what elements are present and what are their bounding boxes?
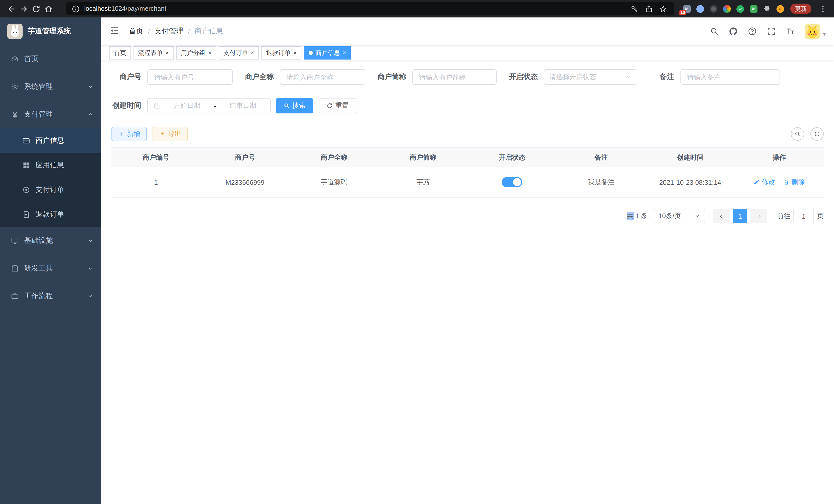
sidebar-item-pay-order[interactable]: 支付订单 bbox=[0, 178, 101, 202]
filter-label-full-name: 商户全称 bbox=[245, 72, 274, 82]
sidebar-item-infrastructure[interactable]: 基础设施 bbox=[0, 227, 101, 255]
close-icon[interactable]: × bbox=[166, 50, 169, 56]
th-merchant-no: 商户号 bbox=[200, 147, 290, 167]
search-button[interactable]: 搜索 bbox=[276, 98, 313, 113]
close-icon[interactable]: × bbox=[250, 50, 254, 56]
sidebar-item-label: 工作流程 bbox=[24, 292, 53, 301]
status-toggle[interactable] bbox=[502, 177, 522, 187]
status-select[interactable]: 请选择开启状态 bbox=[544, 69, 637, 85]
tab-merchant-info[interactable]: 商户信息× bbox=[304, 46, 351, 60]
extension-green-check-icon[interactable] bbox=[735, 4, 745, 14]
browser-menu-icon[interactable] bbox=[816, 3, 829, 15]
toggle-knob bbox=[513, 178, 521, 186]
goto-page-input[interactable] bbox=[793, 209, 814, 223]
tab-refund-order[interactable]: 退款订单× bbox=[261, 46, 302, 60]
hamburger-icon[interactable] bbox=[109, 26, 121, 37]
document-icon bbox=[22, 210, 30, 219]
sidebar-item-label: 支付管理 bbox=[24, 110, 53, 119]
sidebar-item-payment[interactable]: ¥ 支付管理 bbox=[0, 100, 101, 128]
page-number-button[interactable]: 1 bbox=[733, 209, 747, 223]
extensions-cluster: 10 更新 bbox=[681, 3, 829, 15]
tab-pay-order[interactable]: 支付订单× bbox=[219, 46, 259, 60]
credit-card-icon bbox=[22, 137, 30, 145]
close-icon[interactable]: × bbox=[343, 50, 346, 56]
th-actions: 操作 bbox=[734, 147, 824, 167]
tab-home[interactable]: 首页 bbox=[109, 46, 131, 60]
table-toolbar: 新增 导出 bbox=[111, 127, 824, 141]
browser-update-button[interactable]: 更新 bbox=[790, 4, 811, 14]
search-button-label: 搜索 bbox=[292, 101, 306, 110]
site-info-icon[interactable] bbox=[71, 3, 80, 15]
github-icon[interactable] bbox=[729, 27, 738, 36]
date-start-placeholder: 开始日期 bbox=[165, 101, 209, 110]
font-size-icon[interactable] bbox=[786, 27, 795, 36]
delete-link[interactable]: 删除 bbox=[784, 178, 805, 187]
close-icon[interactable]: × bbox=[293, 50, 297, 56]
toggle-search-button[interactable] bbox=[791, 127, 804, 141]
toolbox-icon bbox=[11, 264, 19, 273]
sidebar-item-app-info[interactable]: 应用信息 bbox=[0, 153, 101, 178]
sidebar-item-system[interactable]: 系统管理 bbox=[0, 73, 101, 100]
page-jumper: 前往 页 bbox=[777, 209, 824, 223]
breadcrumb: 首页 / 支付管理 / 商户信息 bbox=[129, 27, 223, 36]
tab-user-group[interactable]: 用户分组× bbox=[176, 46, 216, 60]
total-count: 共 1 条 bbox=[627, 211, 648, 221]
close-icon[interactable]: × bbox=[208, 50, 212, 56]
breadcrumb-home[interactable]: 首页 bbox=[129, 27, 143, 36]
next-page-button[interactable] bbox=[751, 209, 767, 223]
extension-blue-icon[interactable] bbox=[695, 4, 705, 14]
table-row: 1 M233666999 芋道源码 芋艿 我是备注 2021-10-23 08:… bbox=[111, 167, 824, 197]
date-range-separator: - bbox=[214, 102, 216, 110]
profile-avatar-icon[interactable] bbox=[775, 4, 785, 14]
logo-title: 芋道管理系统 bbox=[28, 27, 71, 36]
edit-link[interactable]: 修改 bbox=[754, 178, 775, 187]
reset-button[interactable]: 重置 bbox=[319, 98, 356, 113]
add-button[interactable]: 新增 bbox=[111, 127, 147, 141]
remark-input[interactable] bbox=[680, 69, 780, 85]
app-navbar: 首页 / 支付管理 / 商户信息 ▾ bbox=[101, 18, 834, 45]
breadcrumb-payment[interactable]: 支付管理 bbox=[155, 27, 183, 36]
help-icon[interactable] bbox=[748, 27, 757, 36]
cell-merchant-no: M233666999 bbox=[200, 167, 290, 197]
share-icon[interactable] bbox=[642, 3, 655, 15]
breadcrumb-separator: / bbox=[188, 27, 190, 36]
merchant-no-input[interactable] bbox=[147, 69, 233, 85]
short-name-input[interactable] bbox=[412, 69, 497, 85]
full-name-input[interactable] bbox=[280, 69, 365, 85]
browser-home-icon[interactable] bbox=[42, 3, 54, 15]
fullscreen-icon[interactable] bbox=[767, 27, 776, 36]
user-menu[interactable]: ▾ bbox=[805, 24, 826, 39]
refresh-button[interactable] bbox=[810, 127, 824, 141]
create-time-range-picker[interactable]: 开始日期 - 结束日期 bbox=[147, 98, 271, 113]
extension-green-note-icon[interactable] bbox=[748, 4, 759, 14]
page-size-select[interactable]: 10条/页 bbox=[654, 209, 705, 223]
browser-forward-icon[interactable] bbox=[18, 3, 30, 15]
tab-process-form[interactable]: 流程表单× bbox=[133, 46, 174, 60]
bookmark-star-icon[interactable] bbox=[657, 3, 669, 15]
sidebar-item-label: 应用信息 bbox=[36, 161, 64, 170]
extensions-puzzle-icon[interactable] bbox=[762, 4, 772, 14]
extension-blocker-icon[interactable]: 10 bbox=[681, 4, 692, 14]
browser-reload-icon[interactable] bbox=[30, 3, 42, 15]
browser-toolbar: localhost:1024/pay/merchant 10 更新 bbox=[0, 0, 834, 18]
logo[interactable]: 芋道管理系统 bbox=[0, 18, 101, 45]
active-tab-dot bbox=[309, 51, 313, 55]
export-button[interactable]: 导出 bbox=[153, 127, 188, 141]
sidebar-item-workflow[interactable]: 工作流程 bbox=[0, 282, 101, 310]
date-end-placeholder: 结束日期 bbox=[221, 101, 265, 110]
sidebar-item-refund-order[interactable]: 退款订单 bbox=[0, 202, 101, 227]
browser-back-icon[interactable] bbox=[5, 3, 18, 15]
search-form: 商户号 商户全称 商户简称 开启状态 bbox=[111, 69, 824, 113]
extension-dark-globe-icon[interactable] bbox=[708, 4, 719, 14]
sidebar-item-merchant-info[interactable]: 商户信息 bbox=[0, 128, 101, 153]
sidebar-item-dev-tools[interactable]: 研发工具 bbox=[0, 255, 101, 282]
prev-page-button[interactable] bbox=[713, 209, 729, 223]
password-key-icon[interactable] bbox=[628, 3, 640, 15]
sidebar-item-home[interactable]: 首页 bbox=[0, 45, 101, 73]
extension-colorful-icon[interactable] bbox=[722, 4, 732, 14]
address-bar[interactable]: localhost:1024/pay/merchant bbox=[66, 2, 674, 16]
filter-label-remark: 备注 bbox=[660, 72, 674, 82]
cell-merchant-id: 1 bbox=[111, 167, 200, 197]
search-icon[interactable] bbox=[710, 27, 719, 36]
extension-badge: 10 bbox=[679, 10, 686, 16]
